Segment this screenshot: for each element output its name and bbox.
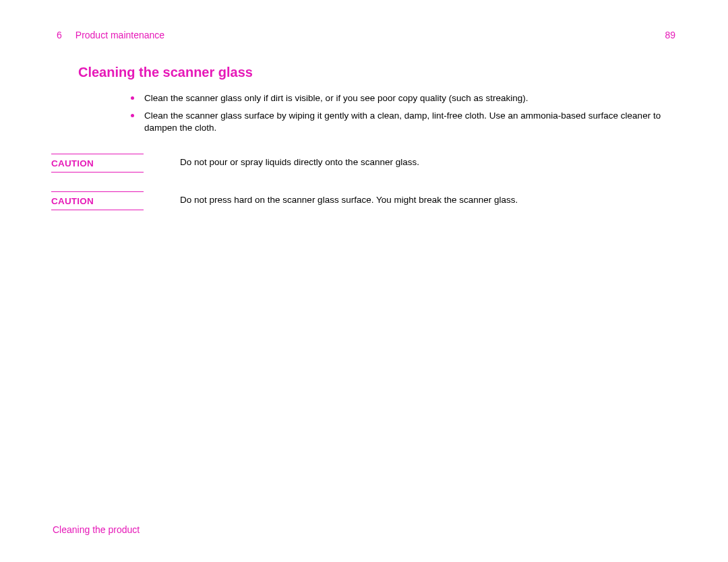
caution-block: CAUTION Do not press hard on the scanner… [51, 191, 679, 210]
footer-text: Cleaning the product [53, 524, 140, 535]
caution-text: Do not pour or spray liquids directly on… [144, 154, 419, 168]
header-left: 6 Product maintenance [57, 30, 164, 40]
page-header: 6 Product maintenance 89 [49, 30, 679, 40]
list-item: Clean the scanner glass only if dirt is … [133, 92, 673, 104]
list-item: Clean the scanner glass surface by wipin… [133, 110, 673, 134]
caution-label: CAUTION [51, 158, 94, 168]
caution-text: Do not press hard on the scanner glass s… [144, 191, 518, 206]
caution-label: CAUTION [51, 196, 94, 206]
section-heading: Cleaning the scanner glass [78, 65, 679, 80]
chapter-title: Product maintenance [75, 30, 164, 40]
chapter-number: 6 [57, 30, 62, 40]
caution-label-wrap: CAUTION [51, 191, 144, 210]
caution-block: CAUTION Do not pour or spray liquids dir… [51, 154, 679, 173]
caution-label-wrap: CAUTION [51, 154, 144, 173]
page-number: 89 [665, 30, 675, 40]
bullet-list: Clean the scanner glass only if dirt is … [133, 92, 673, 135]
